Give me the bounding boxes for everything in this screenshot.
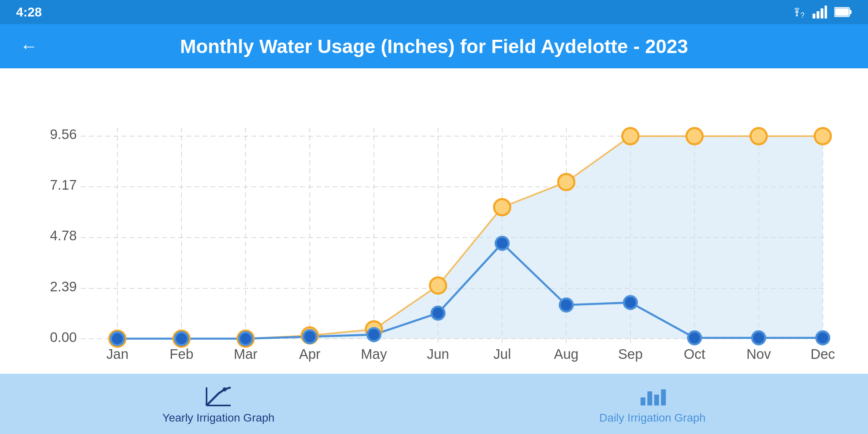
dot-blue-apr xyxy=(303,330,316,343)
svg-point-27 xyxy=(223,387,227,391)
nav-daily[interactable]: Daily Irrigation Graph xyxy=(599,383,706,424)
dot-orange-aug xyxy=(558,174,574,190)
dot-blue-jun xyxy=(432,307,444,319)
battery-icon xyxy=(834,7,852,17)
dot-blue-sep xyxy=(624,296,637,309)
x-label-may: May xyxy=(361,346,387,362)
svg-rect-3 xyxy=(821,8,823,18)
chart-area: 0.00 2.39 4.78 7.17 9.56 Jan Feb Mar Apr… xyxy=(0,68,868,374)
dot-orange-nov xyxy=(751,128,767,144)
y-label-956: 9.56 xyxy=(50,127,77,142)
svg-rect-6 xyxy=(850,10,852,14)
nav-daily-label: Daily Irrigation Graph xyxy=(599,411,706,424)
y-label-478: 4.78 xyxy=(50,228,77,243)
svg-text:?: ? xyxy=(800,11,805,18)
x-label-mar: Mar xyxy=(234,346,258,362)
dot-orange-sep xyxy=(622,128,639,144)
status-icons: ? xyxy=(788,6,852,18)
x-label-sep: Sep xyxy=(618,346,643,362)
dot-orange-jul xyxy=(494,199,510,215)
bottom-nav: Yearly Irrigation Graph Daily Irrigation… xyxy=(0,374,868,434)
yearly-graph-icon xyxy=(205,383,233,407)
x-label-jun: Jun xyxy=(427,346,449,362)
status-time: 4:28 xyxy=(16,5,42,20)
dot-blue-jan xyxy=(111,332,124,345)
dot-orange-jun xyxy=(430,277,446,293)
nav-yearly[interactable]: Yearly Irrigation Graph xyxy=(162,383,274,424)
dot-blue-jul xyxy=(495,237,508,250)
svg-rect-4 xyxy=(825,6,827,18)
svg-rect-7 xyxy=(835,8,849,16)
svg-rect-31 xyxy=(661,389,666,405)
x-label-aug: Aug xyxy=(554,346,579,362)
svg-rect-1 xyxy=(813,14,815,18)
svg-rect-2 xyxy=(817,11,819,18)
svg-rect-29 xyxy=(647,391,652,405)
x-label-dec: Dec xyxy=(811,346,835,362)
svg-rect-28 xyxy=(641,397,645,405)
daily-graph-icon xyxy=(639,383,667,407)
x-label-feb: Feb xyxy=(170,346,193,362)
water-usage-chart: 0.00 2.39 4.78 7.17 9.56 Jan Feb Mar Apr… xyxy=(32,84,844,366)
top-bar: ← Monthly Water Usage (Inches) for Field… xyxy=(0,24,868,68)
x-label-jul: Jul xyxy=(493,346,511,362)
dot-blue-mar xyxy=(239,332,252,345)
dot-blue-oct xyxy=(688,332,701,344)
x-label-oct: Oct xyxy=(684,346,706,362)
signal-icon xyxy=(813,6,827,18)
y-label-717: 7.17 xyxy=(50,177,77,192)
x-label-jan: Jan xyxy=(106,346,128,362)
dot-orange-dec xyxy=(815,128,831,144)
svg-rect-30 xyxy=(654,395,659,405)
y-label-239: 2.39 xyxy=(50,279,77,294)
back-button[interactable]: ← xyxy=(20,36,38,56)
x-label-apr: Apr xyxy=(299,346,320,362)
dot-blue-nov xyxy=(752,332,765,344)
x-label-nov: Nov xyxy=(746,346,771,362)
dot-blue-dec xyxy=(816,332,829,344)
dot-orange-oct xyxy=(686,128,702,144)
page-title: Monthly Water Usage (Inches) for Field A… xyxy=(180,35,688,57)
dot-blue-may xyxy=(367,328,380,341)
dot-blue-feb xyxy=(175,332,188,345)
wifi-icon: ? xyxy=(788,6,805,18)
nav-yearly-label: Yearly Irrigation Graph xyxy=(162,411,274,424)
y-label-0: 0.00 xyxy=(50,330,77,345)
status-bar: 4:28 ? xyxy=(0,0,868,24)
dot-blue-aug xyxy=(560,299,573,311)
